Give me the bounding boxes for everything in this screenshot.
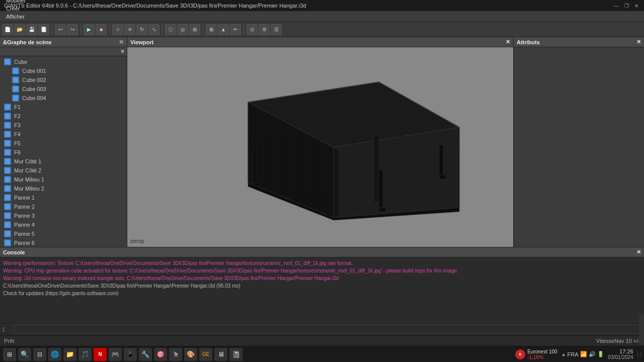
- scene-item-label: F3: [14, 122, 21, 128]
- toolbar-save[interactable]: 💾: [26, 24, 37, 35]
- app9[interactable]: 🎯: [154, 348, 167, 361]
- app12[interactable]: GE: [199, 348, 212, 361]
- scene-item[interactable]: Cube 003: [0, 84, 127, 94]
- scene-item[interactable]: F4: [0, 130, 127, 139]
- music-button[interactable]: 🎵: [78, 348, 92, 361]
- console-header: Console ✕: [0, 247, 644, 257]
- toolbar-view2[interactable]: ◎: [177, 24, 188, 35]
- search-button[interactable]: 🔍: [18, 348, 31, 361]
- toolbar-redo[interactable]: ↪: [67, 24, 78, 35]
- app10[interactable]: 🖱: [169, 348, 182, 361]
- scene-item[interactable]: Mur Côté 1: [0, 157, 127, 166]
- scene-graph-close[interactable]: ✕: [119, 39, 124, 46]
- scene-item[interactable]: Panne 5: [0, 229, 127, 238]
- scene-item-icon: [4, 203, 11, 210]
- toolbar-rotate[interactable]: ↻: [136, 24, 147, 35]
- scene-item[interactable]: Panne 2: [0, 202, 127, 211]
- toolbar-view1[interactable]: ⬡: [165, 24, 176, 35]
- scene-item[interactable]: Cube 004: [0, 94, 127, 103]
- hangar-3d-view: [127, 47, 513, 247]
- attributes-close[interactable]: ✕: [636, 39, 641, 45]
- chrome-button[interactable]: 🌐: [48, 348, 61, 361]
- console-close[interactable]: ✕: [636, 249, 641, 255]
- scene-graph-sub-close[interactable]: ✕: [120, 48, 125, 55]
- toolbar-extra2[interactable]: ⚙: [259, 24, 270, 35]
- toolbar-select[interactable]: ⊹: [112, 24, 123, 35]
- app13[interactable]: 🖥: [214, 348, 227, 361]
- scene-item[interactable]: Panne 4: [0, 220, 127, 229]
- toolbar-sep-3: [109, 25, 110, 35]
- scene-item[interactable]: Mur Côté 2: [0, 166, 127, 175]
- scene-item[interactable]: Cube 001: [0, 66, 127, 75]
- console-message: Warning: i3d contains non-binary indexed…: [3, 275, 641, 282]
- toolbar-extra1[interactable]: ⊙: [247, 24, 258, 35]
- toolbar-new[interactable]: 📄: [2, 24, 13, 35]
- scene-item[interactable]: Mur Milieu 2: [0, 184, 127, 193]
- menu-item-afficher[interactable]: Afficher: [2, 13, 30, 21]
- scene-item-icon: [4, 122, 11, 129]
- console-output: Warning (performance): Texture C:/Users/…: [0, 257, 644, 323]
- console-title: Console: [3, 249, 25, 255]
- scene-graph-list[interactable]: CubeCube 001Cube 002Cube 003Cube 004F1F2…: [0, 56, 127, 247]
- scene-item[interactable]: F1: [0, 103, 127, 112]
- scene-item-icon: [4, 230, 11, 237]
- scene-item[interactable]: F6: [0, 148, 127, 157]
- toolbar-undo[interactable]: ↩: [55, 24, 66, 35]
- toolbar-terrain[interactable]: ▲: [218, 24, 229, 35]
- task-view-button[interactable]: ⊟: [33, 348, 46, 361]
- menu-item-créer[interactable]: Créer: [2, 5, 30, 13]
- toolbar-save-as[interactable]: 📑: [38, 24, 49, 35]
- scene-item[interactable]: Panne 1: [0, 193, 127, 202]
- files-button[interactable]: 📁: [63, 348, 76, 361]
- app14[interactable]: 📓: [229, 348, 243, 361]
- wifi-icon: 📶: [580, 351, 587, 357]
- toolbar-stop[interactable]: ■: [96, 24, 107, 35]
- start-button[interactable]: ⊞: [3, 348, 16, 361]
- menu-item-modifier[interactable]: Modifier: [2, 0, 30, 5]
- scene-item[interactable]: Cube: [0, 57, 127, 66]
- scene-item[interactable]: Panne 3: [0, 211, 127, 220]
- scene-item[interactable]: F2: [0, 112, 127, 121]
- scene-item[interactable]: Mur Milieu 1: [0, 175, 127, 184]
- console-message: Check for updates (https://gdn.giants-so…: [3, 290, 641, 297]
- app5[interactable]: N: [94, 348, 107, 361]
- taskbar: ⊞ 🔍 ⊟ 🌐 📁 🎵 N 🎮 📱 🔧 🎯 🖱 🎨 GE 🖥 📓 E Euron…: [0, 346, 644, 362]
- scene-item[interactable]: Cube 002: [0, 75, 127, 84]
- scene-item-icon: [12, 85, 19, 93]
- scene-item[interactable]: F3: [0, 121, 127, 130]
- close-button[interactable]: ✕: [633, 2, 640, 9]
- minimize-button[interactable]: —: [613, 2, 620, 9]
- toolbar-open[interactable]: 📂: [14, 24, 25, 35]
- viewport-persp-label: persp: [130, 238, 144, 244]
- toolbar-play[interactable]: ▶: [84, 24, 95, 35]
- scene-item-label: Cube 002: [22, 77, 46, 83]
- show-desktop-button[interactable]: |: [637, 352, 641, 357]
- app8[interactable]: 🔧: [139, 348, 152, 361]
- viewport-close[interactable]: ✕: [506, 39, 510, 45]
- toolbar-move[interactable]: ✛: [124, 24, 135, 35]
- app11[interactable]: 🎨: [184, 348, 197, 361]
- console-message: Warning (performance): Texture C:/Users/…: [3, 259, 641, 267]
- toolbar-paint[interactable]: ✏: [230, 24, 241, 35]
- maximize-button[interactable]: ❐: [623, 2, 630, 9]
- viewport-canvas[interactable]: persp: [127, 47, 513, 247]
- console-message: Warning: CPU mip generation code activat…: [3, 267, 641, 275]
- taskbar-right: E Euronext 100 -1,16% ▲ FRA 📶 🔊 🔋 17:26 …: [515, 348, 641, 360]
- svg-marker-10: [334, 147, 339, 218]
- app6[interactable]: 🎮: [109, 348, 122, 361]
- scene-item[interactable]: Panne 6: [0, 238, 127, 247]
- status-bar: Prêt VitesseNav 10 +/-: [0, 335, 644, 346]
- toolbar-extra3[interactable]: ☰: [271, 24, 282, 35]
- scene-item-label: Panne 2: [14, 204, 35, 210]
- scene-item-label: Panne 5: [14, 231, 35, 237]
- app7[interactable]: 📱: [124, 348, 137, 361]
- toolbar-scale[interactable]: ⤡: [148, 24, 159, 35]
- scene-item[interactable]: F5: [0, 139, 127, 148]
- toolbar-snap[interactable]: ⊠: [206, 24, 217, 35]
- volume-icon: 🔊: [589, 351, 596, 357]
- window-controls: — ❐ ✕: [613, 2, 640, 9]
- tray-up-arrow[interactable]: ▲: [561, 352, 566, 357]
- scene-item-label: Panne 4: [14, 222, 35, 228]
- toolbar-view3[interactable]: ⊞: [189, 24, 200, 35]
- console-input-field[interactable]: [14, 325, 642, 334]
